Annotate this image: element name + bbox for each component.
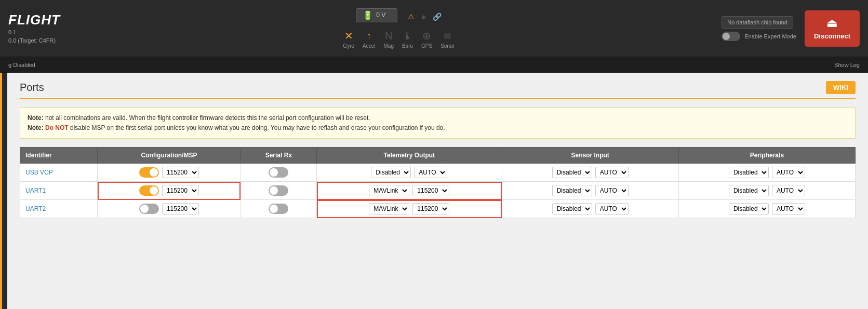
sensor-accel: ↑ Accel: [363, 30, 375, 49]
table-body: USB VCP 115200 Dis: [20, 164, 856, 218]
header-right: No dataflash chip found Enable Expert Mo…: [722, 16, 796, 41]
row-id-uart1: UART1: [20, 182, 98, 200]
msp-toggle-uart2[interactable]: [139, 204, 159, 214]
periph-mode-usbvcp[interactable]: Disabled: [729, 167, 769, 178]
serialrx-toggle-usbvcp[interactable]: [269, 167, 288, 178]
sensor-baud-uart2[interactable]: AUTO: [595, 203, 629, 214]
cell-msp-uart1: 115200: [98, 182, 241, 200]
periph-baud-usbvcp[interactable]: AUTO: [772, 167, 805, 178]
col-config-msp: Configuration/MSP: [98, 147, 241, 164]
periph-mode-uart1[interactable]: Disabled: [729, 185, 769, 196]
serialrx-toggle-uart2[interactable]: [269, 204, 288, 214]
cell-serialrx-uart2: [241, 200, 317, 218]
gyro-icon: ✕: [344, 30, 353, 42]
col-telemetry: Telemetry Output: [317, 147, 502, 164]
cell-serialrx-usbvcp: [241, 164, 317, 182]
disconnect-icon: ⏏: [826, 17, 837, 30]
page-title: Ports: [20, 82, 44, 93]
app-version: 0.1 0.0 (Target: C4FR): [8, 28, 56, 45]
telem-baud-uart2[interactable]: 115200: [412, 203, 449, 214]
serialrx-toggle-uart1[interactable]: [269, 185, 288, 196]
sensor-gps: ⊕ GPS: [421, 30, 432, 49]
sidebar: [0, 73, 7, 309]
page-header-row: Ports WIKI: [7, 73, 868, 98]
sidebar-accent: [0, 73, 2, 309]
show-log-button[interactable]: Show Log: [834, 62, 860, 68]
sensor-sonar: ≋ Sonar: [440, 30, 455, 49]
warning-icon: ⚠: [408, 12, 415, 21]
sonar-icon: ≋: [443, 30, 452, 42]
cell-periph-usbvcp: Disabled AUTO: [678, 164, 855, 182]
status-icons-row: ⚠ ◈ 🔗: [408, 12, 442, 21]
status-text: g Disabled: [8, 62, 35, 68]
sensor-icons-row: ✕ Gyro ↑ Accel N Mag 🌡 Baro ⊕ GPS ≋ Sona…: [343, 30, 455, 49]
app-logo: FLIGHT: [8, 12, 60, 28]
sensor-mode-uart2[interactable]: Disabled: [552, 203, 592, 214]
note-line1: Note: not all combinations are valid. Wh…: [28, 113, 848, 123]
cell-periph-uart2: Disabled AUTO: [678, 200, 855, 218]
table-header: Identifier Configuration/MSP Serial Rx T…: [20, 147, 856, 164]
sensor-mag: N Mag: [383, 30, 393, 49]
telem-mode-uart1[interactable]: MAVLink: [369, 185, 409, 196]
expert-mode-row: Enable Expert Mode: [722, 32, 796, 41]
page-divider: [20, 98, 856, 99]
expert-mode-toggle[interactable]: [722, 32, 740, 41]
col-sensor: Sensor Input: [502, 147, 678, 164]
disconnect-button[interactable]: ⏏ Disconnect: [805, 10, 860, 47]
telem-mode-usbvcp[interactable]: Disabled: [371, 167, 411, 178]
wiki-button[interactable]: WIKI: [826, 81, 856, 94]
cell-telem-usbvcp: Disabled AUTO: [317, 164, 502, 182]
notes-box: Note: not all combinations are valid. Wh…: [20, 108, 856, 139]
top-header: FLIGHT 0.1 0.0 (Target: C4FR) 🔋 0 V ⚠ ◈ …: [0, 0, 868, 57]
periph-baud-uart2[interactable]: AUTO: [772, 203, 805, 214]
cell-telem-uart1: MAVLink 115200: [317, 182, 502, 200]
sensor-mode-usbvcp[interactable]: Disabled: [552, 167, 592, 178]
telem-baud-uart1[interactable]: 115200: [412, 185, 449, 196]
cell-sensor-uart2: Disabled AUTO: [502, 200, 678, 218]
status-bar: g Disabled Show Log: [0, 57, 868, 73]
cell-sensor-uart1: Disabled AUTO: [502, 182, 678, 200]
msp-baud-uart1[interactable]: 115200: [162, 185, 199, 196]
shield-icon: ◈: [421, 12, 426, 21]
row-id-uart2: UART2: [20, 200, 98, 218]
ports-table: Identifier Configuration/MSP Serial Rx T…: [20, 147, 856, 218]
cell-telem-uart2: MAVLink 115200: [317, 200, 502, 218]
sensor-baud-usbvcp[interactable]: AUTO: [595, 167, 629, 178]
cell-sensor-usbvcp: Disabled AUTO: [502, 164, 678, 182]
baro-icon: 🌡: [403, 30, 413, 42]
main-layout: Ports WIKI Note: not all combinations ar…: [0, 73, 868, 309]
expert-mode-label: Enable Expert Mode: [744, 33, 796, 39]
table-row: USB VCP 115200 Dis: [20, 164, 856, 182]
sensor-mode-uart1[interactable]: Disabled: [552, 185, 592, 196]
main-content: Ports WIKI Note: not all combinations ar…: [7, 73, 868, 309]
cell-periph-uart1: Disabled AUTO: [678, 182, 855, 200]
mag-icon: N: [385, 30, 392, 42]
link-icon: 🔗: [433, 12, 442, 21]
sensor-baro: 🌡 Baro: [402, 30, 413, 49]
gps-icon: ⊕: [422, 30, 431, 42]
cell-msp-uart2: 115200: [98, 200, 241, 218]
col-peripherals: Peripherals: [678, 147, 855, 164]
cell-serialrx-uart1: [241, 182, 317, 200]
accel-icon: ↑: [366, 30, 371, 42]
battery-icon: 🔋: [363, 10, 373, 20]
table-row: UART1 115200 MAVLi: [20, 182, 856, 200]
cell-msp-usbvcp: 115200: [98, 164, 241, 182]
periph-baud-uart1[interactable]: AUTO: [772, 185, 805, 196]
telem-baud-usbvcp[interactable]: AUTO: [414, 167, 447, 178]
sensor-gyro: ✕ Gyro: [343, 30, 354, 49]
row-id-usbvcp: USB VCP: [20, 164, 98, 182]
col-identifier: Identifier: [20, 147, 98, 164]
msp-baud-usbvcp[interactable]: 115200: [162, 167, 199, 178]
table-row: UART2 115200 MAVLi: [20, 200, 856, 218]
col-serial-rx: Serial Rx: [241, 147, 317, 164]
msp-baud-uart2[interactable]: 115200: [162, 203, 199, 214]
sensor-baud-uart1[interactable]: AUTO: [595, 185, 629, 196]
msp-toggle-uart1[interactable]: [139, 185, 159, 196]
dataflash-status: No dataflash chip found: [722, 16, 793, 29]
note-line2: Note: Do NOT disable MSP on the first se…: [28, 123, 848, 133]
periph-mode-uart2[interactable]: Disabled: [729, 203, 769, 214]
telem-mode-uart2[interactable]: MAVLink: [369, 203, 409, 214]
voltage-display: 🔋 0 V: [356, 8, 397, 22]
msp-toggle-usbvcp[interactable]: [139, 167, 159, 178]
